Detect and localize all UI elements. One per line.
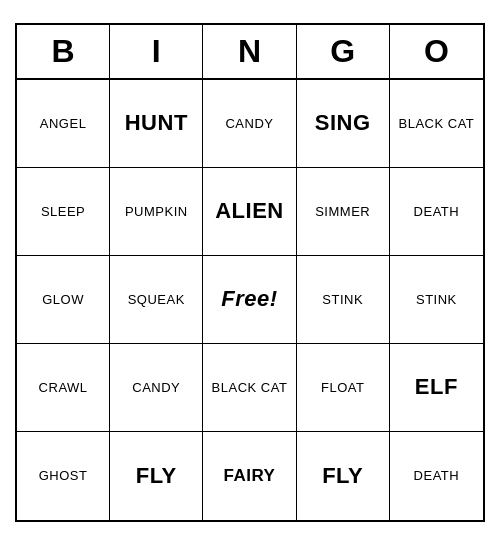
- bingo-cell: HUNT: [110, 80, 203, 168]
- header-letter: O: [390, 25, 483, 78]
- bingo-cell: SING: [297, 80, 390, 168]
- bingo-cell: SIMMER: [297, 168, 390, 256]
- bingo-cell: FLOAT: [297, 344, 390, 432]
- bingo-cell: FLY: [297, 432, 390, 520]
- header-letter: G: [297, 25, 390, 78]
- header-letter: B: [17, 25, 110, 78]
- bingo-cell: DEATH: [390, 432, 483, 520]
- bingo-cell: BLACK CAT: [203, 344, 296, 432]
- bingo-cell: STINK: [297, 256, 390, 344]
- bingo-cell: DEATH: [390, 168, 483, 256]
- bingo-cell: STINK: [390, 256, 483, 344]
- bingo-cell: ALIEN: [203, 168, 296, 256]
- bingo-cell: ELF: [390, 344, 483, 432]
- bingo-grid: ANGELHUNTCANDYSINGBLACK CATSLEEPPUMPKINA…: [17, 80, 483, 520]
- bingo-cell: FAIRY: [203, 432, 296, 520]
- bingo-header: BINGO: [17, 25, 483, 80]
- bingo-cell: BLACK CAT: [390, 80, 483, 168]
- bingo-cell: GHOST: [17, 432, 110, 520]
- bingo-cell: ANGEL: [17, 80, 110, 168]
- bingo-cell: PUMPKIN: [110, 168, 203, 256]
- bingo-cell: SQUEAK: [110, 256, 203, 344]
- bingo-cell: FLY: [110, 432, 203, 520]
- header-letter: N: [203, 25, 296, 78]
- bingo-cell: GLOW: [17, 256, 110, 344]
- bingo-cell: SLEEP: [17, 168, 110, 256]
- bingo-cell: CRAWL: [17, 344, 110, 432]
- bingo-cell: Free!: [203, 256, 296, 344]
- header-letter: I: [110, 25, 203, 78]
- bingo-cell: CANDY: [203, 80, 296, 168]
- bingo-card: BINGO ANGELHUNTCANDYSINGBLACK CATSLEEPPU…: [15, 23, 485, 522]
- bingo-cell: CANDY: [110, 344, 203, 432]
